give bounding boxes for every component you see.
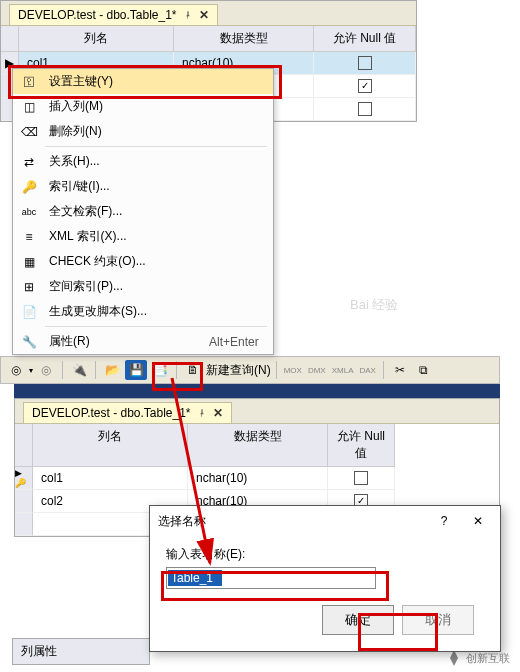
cell-empty[interactable]: ✓	[314, 75, 416, 98]
mox-button[interactable]: MOX	[282, 360, 304, 380]
index-icon: 🔑	[21, 179, 37, 195]
close-icon[interactable]: ✕	[213, 406, 223, 420]
spatial-index-icon: ⊞	[21, 279, 37, 295]
new-query-button[interactable]: 🗎	[182, 360, 204, 380]
header-indicator	[1, 26, 19, 52]
baidu-watermark: Bai 经验	[350, 296, 398, 314]
connect-button[interactable]: 🔌	[68, 360, 90, 380]
cell-allownull[interactable]	[314, 52, 416, 75]
row-indicator-empty[interactable]	[15, 513, 33, 536]
menu-check-constraint[interactable]: ▦ CHECK 约束(O)...	[13, 249, 273, 274]
checkbox-icon[interactable]	[354, 471, 368, 485]
gen-script-icon: 📄	[21, 304, 37, 320]
watermark: 创新互联	[446, 650, 510, 666]
column-properties-panel[interactable]: 列属性	[12, 638, 150, 665]
bottom-tab-strip: DEVELOP.test - dbo.Table_1* ✕	[15, 399, 499, 424]
menu-indexes-keys[interactable]: 🔑 索引/键(I)...	[13, 174, 273, 199]
dmx-button[interactable]: DMX	[306, 360, 328, 380]
header-colname: 列名	[19, 26, 174, 52]
menu-fulltext[interactable]: abc 全文检索(F)...	[13, 199, 273, 224]
header-datatype: 数据类型	[174, 26, 314, 52]
xml-index-icon: ≡	[21, 229, 37, 245]
dialog-label: 输入表名称(E):	[166, 546, 484, 563]
menu-insert-column[interactable]: ◫ 插入列(M)	[13, 94, 273, 119]
save-all-button[interactable]: 📑	[149, 360, 171, 380]
check-constraint-icon: ▦	[21, 254, 37, 270]
main-toolbar: ◎ ▾ ◎ 🔌 📂 💾 📑 🗎 新建查询(N) MOX DMX XMLA DAX…	[0, 356, 500, 384]
copy-button[interactable]: ⧉	[413, 360, 435, 380]
context-menu: ⚿ 设置主键(Y) ◫ 插入列(M) ⌫ 删除列(N) ⇄ 关系(H)... 🔑…	[12, 68, 274, 355]
header-allownull: 允许 Null 值	[328, 424, 395, 467]
header-allownull: 允许 Null 值	[314, 26, 416, 52]
cut-button[interactable]: ✂	[389, 360, 411, 380]
checkbox-icon[interactable]	[358, 56, 372, 70]
menu-generate-script[interactable]: 📄 生成更改脚本(S)...	[13, 299, 273, 324]
menu-xml-index[interactable]: ≡ XML 索引(X)...	[13, 224, 273, 249]
cell-colname[interactable]: col1	[33, 467, 188, 490]
pin-icon[interactable]	[197, 408, 207, 418]
tab-develop-table[interactable]: DEVELOP.test - dbo.Table_1* ✕	[9, 4, 218, 25]
input-selection: Table_1	[168, 570, 222, 586]
xmla-button[interactable]: XMLA	[330, 360, 356, 380]
header-colname: 列名	[33, 424, 188, 467]
checkbox-icon[interactable]	[358, 102, 372, 116]
menu-spatial-index[interactable]: ⊞ 空间索引(P)...	[13, 274, 273, 299]
save-button[interactable]: 💾	[125, 360, 147, 380]
row-indicator-icon[interactable]: ▶🔑	[15, 467, 33, 490]
tab-label: DEVELOP.test - dbo.Table_1*	[32, 406, 191, 420]
nav-back-button[interactable]: ◎	[5, 360, 27, 380]
wrench-icon: 🔧	[21, 334, 37, 350]
pin-icon[interactable]	[183, 10, 193, 20]
close-icon[interactable]: ✕	[464, 512, 492, 530]
header-indicator	[15, 424, 33, 467]
menu-delete-column[interactable]: ⌫ 删除列(N)	[13, 119, 273, 144]
menu-separator	[45, 146, 267, 147]
close-icon[interactable]: ✕	[199, 8, 209, 22]
key-icon: ⚿	[21, 74, 37, 90]
cell-datatype[interactable]: nchar(10)	[188, 467, 328, 490]
choose-name-dialog: 选择名称 ? ✕ 输入表名称(E): Table_1 确定 取消	[149, 505, 501, 652]
menu-properties[interactable]: 🔧 属性(R) Alt+Enter	[13, 329, 273, 354]
tab-label: DEVELOP.test - dbo.Table_1*	[18, 8, 177, 22]
blue-bar	[14, 384, 500, 398]
checkbox-icon[interactable]: ✓	[358, 79, 372, 93]
cell-allownull[interactable]	[328, 467, 395, 490]
menu-separator	[45, 326, 267, 327]
logo-icon	[446, 650, 462, 666]
tab-develop-table-bottom[interactable]: DEVELOP.test - dbo.Table_1* ✕	[23, 402, 232, 423]
cancel-button[interactable]: 取消	[402, 605, 474, 635]
menu-set-primary-key[interactable]: ⚿ 设置主键(Y)	[13, 69, 273, 94]
delete-col-icon: ⌫	[21, 124, 37, 140]
nav-fwd-button[interactable]: ◎	[35, 360, 57, 380]
header-datatype: 数据类型	[188, 424, 328, 467]
fulltext-icon: abc	[21, 204, 37, 220]
dialog-title: 选择名称	[158, 513, 206, 530]
top-tab-strip: DEVELOP.test - dbo.Table_1* ✕	[1, 1, 416, 26]
menu-relationships[interactable]: ⇄ 关系(H)...	[13, 149, 273, 174]
insert-col-icon: ◫	[21, 99, 37, 115]
new-query-label[interactable]: 新建查询(N)	[206, 362, 271, 379]
dax-button[interactable]: DAX	[357, 360, 377, 380]
open-button[interactable]: 📂	[101, 360, 123, 380]
row-indicator-empty[interactable]	[15, 490, 33, 513]
relationship-icon: ⇄	[21, 154, 37, 170]
ok-button[interactable]: 确定	[322, 605, 394, 635]
help-icon[interactable]: ?	[430, 512, 458, 530]
cell-empty[interactable]	[314, 98, 416, 121]
